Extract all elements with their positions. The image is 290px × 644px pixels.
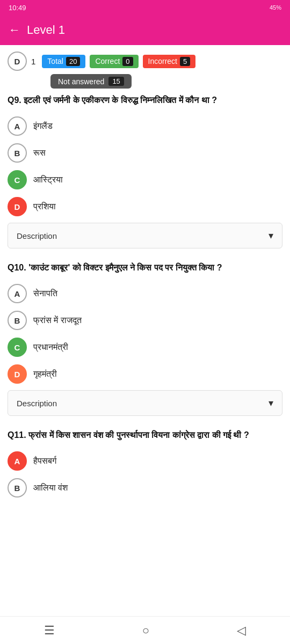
option-circle-q11-a: A xyxy=(8,451,27,471)
option-text-q9-d: प्रशिया xyxy=(33,202,56,211)
correct-label: Correct xyxy=(95,57,120,65)
question-block-q9: Q9. इटली एवं जर्मनी के एकीकरण के विरुद्ध… xyxy=(8,94,282,248)
not-answered-bubble: Not answered 15 xyxy=(50,74,132,89)
top-bar: ← Level 1 xyxy=(0,15,290,45)
description-toggle-q10[interactable]: Description ▾ xyxy=(8,390,282,416)
option-circle-q9-d: D xyxy=(8,197,27,216)
description-label-q9: Description xyxy=(17,231,57,240)
menu-icon[interactable]: ☰ xyxy=(44,624,55,638)
description-label-q10: Description xyxy=(17,399,57,408)
status-right: 45% xyxy=(270,4,281,11)
stats-row: D 1 Total 20 Correct 0 Incorrect 5 xyxy=(8,52,282,71)
option-text-q9-a: इंगलैंड xyxy=(33,121,53,131)
option-circle-q10-c: C xyxy=(8,338,27,357)
question-text-q10: Q10. 'काउंट काबूर' को विक्टर इमैनुएल ने … xyxy=(8,261,282,274)
option-row-q10-c[interactable]: C प्रधानमंत्री xyxy=(8,336,282,358)
chevron-down-icon-q9: ▾ xyxy=(269,230,273,241)
question-text-q9: Q9. इटली एवं जर्मनी के एकीकरण के विरुद्ध… xyxy=(8,94,282,107)
bottom-nav: ☰ ○ ◁ xyxy=(0,616,290,644)
option-row-q10-b[interactable]: B फ्रांस में राजदूत xyxy=(8,310,282,331)
option-text-q10-c: प्रधानमंत्री xyxy=(33,342,68,352)
chevron-down-icon-q10: ▾ xyxy=(269,397,273,409)
back-icon[interactable]: ◁ xyxy=(237,624,246,638)
option-circle-q10-d: D xyxy=(8,364,27,384)
option-circle-q9-b: B xyxy=(8,143,27,163)
status-bar: 10:49 45% xyxy=(0,0,290,15)
incorrect-badge: Incorrect 5 xyxy=(143,55,196,68)
description-toggle-q9[interactable]: Description ▾ xyxy=(8,223,282,248)
option-circle-q10-a: A xyxy=(8,284,27,303)
home-icon[interactable]: ○ xyxy=(142,624,149,638)
not-answered-label: Not answered xyxy=(58,77,104,86)
stat-number: 1 xyxy=(31,57,35,66)
option-text-q9-c: आस्ट्रिया xyxy=(33,175,63,185)
letter-badge: D xyxy=(8,52,27,71)
questions-area: Q9. इटली एवं जर्मनी के एकीकरण के विरुद्ध… xyxy=(0,89,290,522)
option-text-q10-a: सेनापति xyxy=(33,289,57,298)
option-row-q10-d[interactable]: D गृहमंत्री xyxy=(8,363,282,385)
incorrect-value: 5 xyxy=(180,57,190,66)
question-text-q11: Q11. फ्रांस में किस शासन वंश की पुनर्स्थ… xyxy=(8,429,282,442)
total-badge: Total 20 xyxy=(42,55,85,68)
option-row-q9-b[interactable]: B रूस xyxy=(8,142,282,164)
option-circle-q11-b: B xyxy=(8,478,27,497)
stats-area: D 1 Total 20 Correct 0 Incorrect 5 Not a… xyxy=(0,45,290,89)
correct-badge: Correct 0 xyxy=(90,55,138,68)
total-value: 20 xyxy=(66,57,80,66)
question-block-q10: Q10. 'काउंट काबूर' को विक्टर इमैनुएल ने … xyxy=(8,261,282,416)
option-row-q10-a[interactable]: A सेनापति xyxy=(8,283,282,304)
option-text-q10-d: गृहमंत्री xyxy=(33,369,57,379)
question-block-q11: Q11. फ्रांस में किस शासन वंश की पुनर्स्थ… xyxy=(8,429,282,499)
not-answered-value: 15 xyxy=(108,77,124,86)
total-label: Total xyxy=(47,57,63,65)
option-text-q9-b: रूस xyxy=(33,148,46,158)
back-button[interactable]: ← xyxy=(9,23,20,37)
option-row-q9-c[interactable]: C आस्ट्रिया xyxy=(8,169,282,191)
option-row-q9-d[interactable]: D प्रशिया xyxy=(8,196,282,217)
option-row-q11-b[interactable]: B आलिया वंश xyxy=(8,477,282,499)
option-row-q11-a[interactable]: A हैपसबर्ग xyxy=(8,450,282,472)
option-circle-q10-b: B xyxy=(8,311,27,330)
option-text-q11-a: हैपसबर्ग xyxy=(33,456,56,466)
option-circle-q9-c: C xyxy=(8,170,27,189)
correct-value: 0 xyxy=(122,57,133,66)
option-text-q10-b: फ्रांस में राजदूत xyxy=(33,316,82,325)
option-circle-q9-a: A xyxy=(8,116,27,136)
option-text-q11-b: आलिया वंश xyxy=(33,483,68,493)
incorrect-label: Incorrect xyxy=(148,57,177,65)
status-time: 10:49 xyxy=(9,4,26,12)
status-battery: 45% xyxy=(270,4,281,11)
option-row-q9-a[interactable]: A इंगलैंड xyxy=(8,115,282,137)
page-title: Level 1 xyxy=(27,23,65,37)
